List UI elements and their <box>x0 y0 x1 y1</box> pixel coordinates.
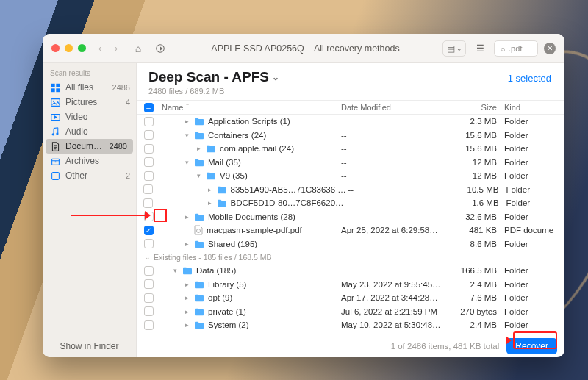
nav-back-button[interactable]: ‹ <box>92 40 108 57</box>
row-name: opt (9) <box>208 293 232 302</box>
folder-row[interactable]: ▸private (1)Jul 6, 2022 at 2:21:59 PM270… <box>137 305 564 319</box>
sidebar-item-audio[interactable]: Audio <box>43 124 136 139</box>
folder-icon <box>217 198 227 207</box>
row-size: 481 KB <box>451 226 504 234</box>
sidebar-item-count: 2 <box>126 171 130 180</box>
section-header-existing[interactable]: ⌄ Existing files - 185 files / 168.5 MB <box>137 251 564 264</box>
row-checkbox[interactable]: ✓ <box>144 226 154 235</box>
folder-row[interactable]: ▾Mail (35)--12 MBFolder <box>137 156 564 170</box>
doc-icon <box>50 142 60 151</box>
col-name[interactable]: Name ˆ <box>160 103 341 112</box>
folder-row[interactable]: ▸com.apple.mail (24)--15.6 MBFolder <box>137 142 564 156</box>
row-checkbox[interactable] <box>144 320 154 330</box>
row-checkbox[interactable] <box>144 171 154 181</box>
sort-asc-icon: ˆ <box>186 103 189 112</box>
row-checkbox[interactable] <box>144 293 154 303</box>
folder-row[interactable]: ▾Containers (24)--15.6 MBFolder <box>137 129 564 143</box>
minimize-window-button[interactable] <box>65 44 73 52</box>
folder-row[interactable]: ▸Mobile Documents (28)--32.6 MBFolder <box>137 210 564 224</box>
folder-row[interactable]: ▸System (2)May 10, 2022 at 5:30:48…2.4 M… <box>137 318 564 332</box>
select-all-checkbox[interactable]: – <box>144 103 154 112</box>
disclosure-triangle-icon[interactable]: ▸ <box>184 213 190 221</box>
row-date: -- <box>341 212 451 221</box>
col-date[interactable]: Date Modified <box>341 103 451 112</box>
footer-bar: 1 of 2486 items, 481 KB total Recover <box>137 334 564 357</box>
sidebar-item-pictures[interactable]: Pictures4 <box>43 95 136 110</box>
folder-row[interactable]: ▸BDCF5D1D-80…7C8F6620E (2)--1.6 MBFolder <box>137 196 564 210</box>
sidebar-item-other[interactable]: Other2 <box>43 168 136 183</box>
sidebar-item-all-files[interactable]: All files2486 <box>43 80 136 95</box>
row-checkbox[interactable] <box>144 144 154 154</box>
sidebar-item-label: Other <box>65 171 121 181</box>
row-checkbox[interactable] <box>144 279 154 289</box>
row-name: 83551A90-AB5…71C83636 (33) <box>231 185 348 194</box>
folder-row[interactable]: ▸Shared (195)8.6 MBFolder <box>137 237 564 251</box>
disclosure-triangle-icon[interactable]: ▸ <box>184 321 190 329</box>
disclosure-triangle-icon[interactable]: ▸ <box>184 118 190 125</box>
row-checkbox[interactable] <box>144 157 154 167</box>
filter-button[interactable]: ☰ <box>472 40 488 57</box>
search-field[interactable]: ⌕ .pdf <box>494 40 538 57</box>
disclosure-triangle-icon[interactable]: ▾ <box>172 267 179 274</box>
results-title[interactable]: Deep Scan - APFS ⌄ <box>148 69 279 85</box>
sidebar: Scan results All files2486Pictures4Video… <box>43 63 137 357</box>
row-checkbox[interactable] <box>144 239 154 248</box>
nav-forward-button[interactable]: › <box>108 40 124 57</box>
selection-summary: 1 of 2486 items, 481 KB total <box>391 342 500 351</box>
row-size: 1.6 MB <box>455 198 506 207</box>
svg-rect-2 <box>51 83 54 87</box>
chevron-down-icon: ⌄ <box>272 72 279 82</box>
close-window-button[interactable] <box>51 44 60 52</box>
row-checkbox[interactable] <box>144 130 154 140</box>
disclosure-triangle-icon[interactable]: ▾ <box>184 159 190 166</box>
show-in-finder-button[interactable]: Show in Finder <box>43 334 136 357</box>
row-checkbox[interactable] <box>143 184 153 194</box>
row-kind: Folder <box>506 185 557 194</box>
disclosure-triangle-icon[interactable]: ▸ <box>184 308 190 315</box>
disclosure-triangle-icon[interactable]: ▸ <box>184 281 190 288</box>
disclosure-triangle-icon[interactable]: ▸ <box>184 294 190 301</box>
maximize-window-button[interactable] <box>78 44 86 52</box>
disclosure-triangle-icon[interactable]: ▾ <box>184 132 190 139</box>
folder-icon <box>194 158 204 167</box>
home-button[interactable]: ⌂ <box>130 40 146 57</box>
col-size[interactable]: Size <box>451 103 504 112</box>
rescan-button[interactable] <box>152 40 168 57</box>
sidebar-item-archives[interactable]: Archives <box>43 154 136 168</box>
file-row[interactable]: ✓macgasm-sample-pdf.pdfApr 25, 2022 at 6… <box>137 223 564 237</box>
sidebar-item-video[interactable]: Video <box>43 110 136 124</box>
row-checkbox[interactable] <box>144 306 154 316</box>
col-kind[interactable]: Kind <box>504 103 557 112</box>
disclosure-triangle-icon[interactable]: ▾ <box>196 172 202 179</box>
disclosure-triangle-icon[interactable]: ▸ <box>207 199 213 207</box>
disclosure-triangle-icon[interactable]: ▸ <box>207 186 213 193</box>
annotation-arrow-line <box>71 215 147 216</box>
folder-row[interactable]: ▸opt (9)Apr 17, 2022 at 3:44:28…7.6 MBFo… <box>137 291 564 305</box>
row-kind: Folder <box>504 212 557 221</box>
sidebar-item-documents[interactable]: Documents2480 <box>46 139 133 154</box>
annotation-highlight-checkbox <box>154 209 167 222</box>
folder-row[interactable]: ▾V9 (35)--12 MBFolder <box>137 169 564 183</box>
folder-row[interactable]: ▾Data (185)166.5 MBFolder <box>137 264 564 278</box>
view-mode-button[interactable]: ▤ ⌄ <box>442 40 466 57</box>
scan-icon <box>155 43 165 54</box>
grid-icon <box>50 83 60 93</box>
row-kind: Folder <box>504 320 557 329</box>
row-checkbox[interactable] <box>144 117 154 126</box>
selection-count[interactable]: 1 selected <box>508 73 551 84</box>
svg-rect-5 <box>56 88 60 92</box>
folder-row[interactable]: ▸Library (5)May 23, 2022 at 9:55:45…2.4 … <box>137 278 564 292</box>
svg-rect-4 <box>51 88 54 92</box>
row-date: May 23, 2022 at 9:55:45… <box>341 280 451 289</box>
folder-icon <box>194 212 204 221</box>
folder-row[interactable]: ▸Application Scripts (1)2.3 MBFolder <box>137 115 564 129</box>
clear-search-button[interactable]: ✕ <box>544 43 556 54</box>
disclosure-triangle-icon[interactable]: ▸ <box>196 145 202 152</box>
row-date: Jul 6, 2022 at 2:21:59 PM <box>341 307 451 316</box>
image-icon <box>50 98 60 107</box>
sidebar-item-count: 2486 <box>112 83 130 92</box>
row-checkbox[interactable] <box>144 266 154 276</box>
folder-row[interactable]: ▸83551A90-AB5…71C83636 (33)--10.5 MBFold… <box>137 183 564 197</box>
row-checkbox[interactable] <box>143 198 153 208</box>
disclosure-triangle-icon[interactable]: ▸ <box>184 240 190 248</box>
